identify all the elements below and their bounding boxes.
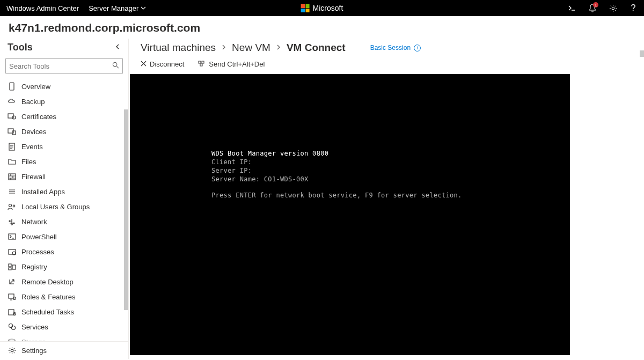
- vm-toolbar: Disconnect Send Ctrl+Alt+Del: [129, 57, 644, 74]
- nav-label: Files: [21, 158, 36, 166]
- nav-label: Backup: [21, 98, 45, 106]
- vm-line-prompt: Press ENTER for network boot service, F9…: [211, 191, 462, 200]
- nav-label: Services: [21, 323, 48, 331]
- sidebar-item-remote-desktop[interactable]: Remote Desktop: [0, 274, 128, 289]
- registry-icon: [8, 262, 16, 271]
- svg-point-26: [9, 339, 15, 341]
- nav-label: Network: [21, 218, 47, 226]
- nav-label: Registry: [21, 263, 47, 271]
- server-manager-menu[interactable]: Server Manager: [89, 4, 146, 12]
- settings-label: Settings: [21, 347, 47, 355]
- powershell-icon[interactable]: [568, 4, 576, 12]
- sidebar-item-scheduled-tasks[interactable]: Scheduled Tasks: [0, 304, 128, 319]
- brand: Microsoft: [301, 4, 343, 12]
- overview-icon: [8, 82, 16, 91]
- sidebar-item-certificates[interactable]: Certificates: [0, 109, 128, 124]
- sidebar-item-devices[interactable]: Devices: [0, 124, 128, 139]
- files-icon: [8, 157, 16, 166]
- nav-label: Processes: [21, 248, 54, 256]
- microsoft-logo-icon: [301, 4, 310, 12]
- svg-point-12: [9, 221, 10, 222]
- svg-rect-19: [12, 265, 16, 269]
- chevron-right-icon: [221, 43, 226, 53]
- sidebar-item-firewall[interactable]: Firewall: [0, 169, 128, 184]
- sidebar-item-overview[interactable]: Overview: [0, 79, 128, 94]
- nav-label: Installed Apps: [21, 188, 65, 196]
- nav-label: Certificates: [21, 113, 56, 121]
- svg-point-10: [13, 205, 15, 207]
- vm-line-boot-mgr: WDS Boot Manager version 0800: [211, 149, 462, 158]
- breadcrumb-vm-connect: VM Connect: [287, 42, 346, 54]
- backup-icon: [8, 97, 16, 106]
- sidebar-item-installed-apps[interactable]: Installed Apps: [0, 184, 128, 199]
- collapse-sidebar-icon[interactable]: [114, 43, 121, 52]
- settings-gear-icon[interactable]: [609, 4, 617, 12]
- vm-line-server-name: Server Name: CO1-WDS-00X: [211, 175, 462, 183]
- network-icon: [8, 217, 16, 226]
- svg-rect-17: [9, 264, 11, 267]
- certificates-icon: [8, 112, 16, 121]
- brand-label: Microsoft: [313, 4, 343, 12]
- info-icon: i: [414, 45, 421, 52]
- nav-label: Devices: [21, 128, 46, 136]
- server-hostname: k47n1.redmond.corp.microsoft.com: [0, 16, 644, 39]
- vm-console[interactable]: WDS Boot Manager version 0800 Client IP:…: [130, 74, 570, 355]
- apps-icon: [8, 187, 16, 196]
- sidebar-item-files[interactable]: Files: [0, 154, 128, 169]
- help-icon[interactable]: ?: [629, 4, 638, 12]
- devices-icon: [8, 127, 16, 136]
- sidebar-item-backup[interactable]: Backup: [0, 94, 128, 109]
- sidebar-settings[interactable]: Settings: [0, 341, 128, 359]
- sidebar-item-processes[interactable]: Processes: [0, 244, 128, 259]
- sidebar-item-roles-features[interactable]: Roles & Features: [0, 289, 128, 304]
- sidebar-item-registry[interactable]: Registry: [0, 259, 128, 274]
- breadcrumb-new-vm[interactable]: New VM: [232, 42, 270, 54]
- users-icon: [8, 202, 16, 211]
- sidebar-item-network[interactable]: Network: [0, 214, 128, 229]
- top-bar: Windows Admin Center Server Manager Micr…: [0, 0, 644, 16]
- powershell-tool-icon: [8, 232, 16, 241]
- disconnect-label: Disconnect: [150, 60, 184, 68]
- sidebar-scrollbar[interactable]: [124, 109, 128, 310]
- svg-rect-8: [9, 174, 16, 180]
- sidebar-item-local-users-groups[interactable]: Local Users & Groups: [0, 199, 128, 214]
- close-icon: [141, 60, 147, 68]
- remote-desktop-icon: [8, 277, 16, 286]
- svg-rect-29: [202, 61, 204, 63]
- sidebar-item-storage[interactable]: Storage: [0, 334, 128, 341]
- send-ctrl-alt-del-button[interactable]: Send Ctrl+Alt+Del: [198, 60, 265, 68]
- nav-label: Overview: [21, 83, 50, 91]
- notifications-bell-icon[interactable]: 1: [588, 4, 597, 12]
- svg-point-11: [11, 223, 12, 225]
- firewall-icon: [8, 172, 16, 181]
- sidebar-item-services[interactable]: Services: [0, 319, 128, 334]
- basic-session-link[interactable]: Basic Session i: [370, 44, 421, 52]
- roles-icon: [8, 292, 16, 301]
- vm-line-server-ip: Server IP:: [211, 166, 462, 175]
- svg-rect-28: [199, 61, 201, 63]
- svg-rect-30: [200, 64, 202, 66]
- nav-label: Storage: [21, 338, 46, 342]
- svg-point-0: [612, 7, 614, 10]
- nav-label: Local Users & Groups: [21, 203, 90, 211]
- disconnect-button[interactable]: Disconnect: [141, 60, 184, 68]
- breadcrumb-virtual-machines[interactable]: Virtual machines: [141, 42, 216, 54]
- search-tools-box[interactable]: [5, 58, 123, 74]
- content-area: Virtual machines New VM VM Connect Basic…: [129, 39, 644, 359]
- chevron-down-icon: [141, 4, 146, 12]
- sidebar-title: Tools: [8, 42, 33, 53]
- app-name[interactable]: Windows Admin Center: [6, 4, 79, 12]
- chevron-right-icon: [276, 43, 281, 53]
- nav-label: Roles & Features: [21, 293, 75, 301]
- sidebar-item-powershell[interactable]: PowerShell: [0, 229, 128, 244]
- settings-icon: [8, 346, 16, 355]
- svg-point-4: [12, 116, 16, 119]
- search-icon: [112, 62, 119, 70]
- nav-label: Remote Desktop: [21, 278, 74, 286]
- search-input[interactable]: [9, 62, 112, 70]
- content-scrollbar[interactable]: [640, 50, 644, 57]
- svg-point-13: [13, 223, 14, 224]
- sidebar-item-events[interactable]: Events: [0, 139, 128, 154]
- processes-icon: [8, 247, 16, 256]
- basic-session-label: Basic Session: [370, 44, 411, 52]
